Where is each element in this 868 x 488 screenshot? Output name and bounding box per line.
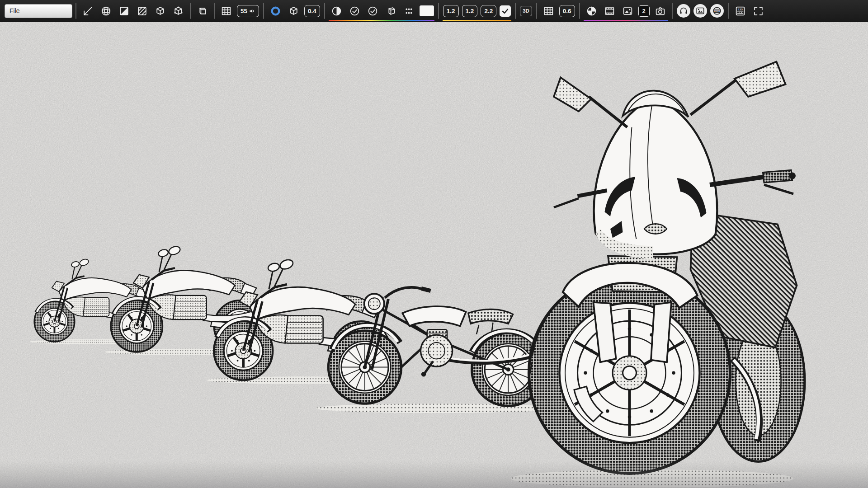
toolbar-group-numeric-params: 1.21.22.2: [442, 0, 512, 22]
toolbar-divider: [536, 3, 537, 19]
check-circle-icon[interactable]: [365, 4, 380, 19]
canvas-vignette: [0, 461, 868, 488]
toolbar-group-render-mode: 0.4: [267, 0, 321, 22]
headphones-icon[interactable]: [677, 4, 690, 18]
cube-icon[interactable]: [153, 4, 168, 19]
half-sphere-icon[interactable]: [329, 4, 344, 19]
dots-grid-icon[interactable]: [401, 4, 416, 19]
toolbar-divider: [728, 3, 729, 19]
canvas-viewport[interactable]: [0, 22, 868, 488]
camera-icon[interactable]: [653, 4, 668, 19]
color-swatch-white[interactable]: [420, 5, 434, 16]
toolbar-group-shading-options: [328, 0, 435, 22]
toolbar-value-button[interactable]: 0.6: [559, 5, 575, 17]
accent-underline-violet: [584, 20, 668, 21]
toolbar-value-button[interactable]: 2.2: [481, 5, 496, 17]
badge-3d-button[interactable]: 3D: [520, 6, 532, 16]
cube-icon[interactable]: [286, 4, 301, 19]
toolbar-divider: [324, 3, 325, 19]
toolbar-value-button[interactable]: 0.4: [304, 5, 320, 17]
box-icon[interactable]: [195, 4, 210, 19]
toolbar-groups: 550.41.21.22.23D0.62www123: [72, 0, 767, 22]
svg-text:www: www: [714, 9, 720, 12]
toolbar-divider: [75, 3, 76, 19]
accent-underline-amber: [443, 20, 511, 21]
toolbar-group-grid-strength: 0.6: [540, 0, 576, 22]
film-icon[interactable]: [602, 4, 617, 19]
numbers-icon[interactable]: 123: [733, 4, 748, 19]
blue-ring-icon[interactable]: [268, 4, 283, 19]
toolbar-divider: [515, 3, 516, 19]
drawing-canvas[interactable]: [0, 22, 868, 488]
checker-sphere-icon[interactable]: [584, 4, 599, 19]
toolbar-divider: [672, 3, 673, 19]
angle-line-icon[interactable]: [80, 4, 95, 19]
toolbar-group-frame-tools: 123: [732, 0, 767, 22]
toolbar-divider: [214, 3, 215, 19]
value-label: 1.2: [466, 8, 474, 14]
crop-frame-icon[interactable]: [751, 4, 766, 19]
value-label: 55: [241, 8, 247, 14]
value-label: 0.4: [308, 8, 316, 14]
wire-sphere-icon[interactable]: [99, 4, 113, 19]
pattern-tile-icon[interactable]: [135, 4, 150, 19]
toolbar-divider: [438, 3, 439, 19]
toolbar: File 550.41.21.22.23D0.62www123: [0, 0, 868, 22]
toolbar-value-button[interactable]: 1.2: [462, 5, 478, 17]
speaker-icon: [249, 8, 255, 14]
toolbar-checkbox[interactable]: [500, 5, 511, 17]
toolbar-divider: [190, 3, 191, 19]
value-label: 0.6: [563, 8, 571, 14]
toolbar-value-button[interactable]: 55: [237, 5, 259, 17]
box-outline-icon[interactable]: [383, 4, 398, 19]
check-circle-icon[interactable]: [347, 4, 362, 19]
toolbar-value-button[interactable]: 1.2: [443, 5, 459, 17]
image-export-icon[interactable]: [620, 4, 635, 19]
toolbar-group-grid-audio: 55: [218, 0, 260, 22]
cube-axes-icon[interactable]: [171, 4, 186, 19]
grid-icon[interactable]: [541, 4, 556, 19]
shaded-tile-icon[interactable]: [117, 4, 132, 19]
toolbar-group-texture-output: 2: [583, 0, 669, 22]
svg-text:123: 123: [738, 7, 743, 10]
toolbar-group-box-tool: [194, 0, 211, 22]
value-label: 1.2: [447, 8, 455, 14]
value-label: 2.2: [484, 8, 493, 14]
toolbar-group-media-share: www: [676, 0, 725, 22]
grid-icon[interactable]: [219, 4, 234, 19]
toolbar-divider: [263, 3, 264, 19]
file-menu-button[interactable]: File: [5, 4, 72, 18]
badge-dark-button[interactable]: 2: [638, 5, 650, 17]
picture-icon[interactable]: [693, 4, 707, 18]
toolbar-group-three-d-toggle: 3D: [519, 0, 533, 22]
toolbar-divider: [579, 3, 580, 19]
www-globe-icon[interactable]: www: [710, 4, 724, 18]
accent-underline-rainbow: [329, 20, 434, 21]
app-window: File 550.41.21.22.23D0.62www123: [0, 0, 868, 488]
toolbar-group-construction-tools: [80, 0, 187, 22]
